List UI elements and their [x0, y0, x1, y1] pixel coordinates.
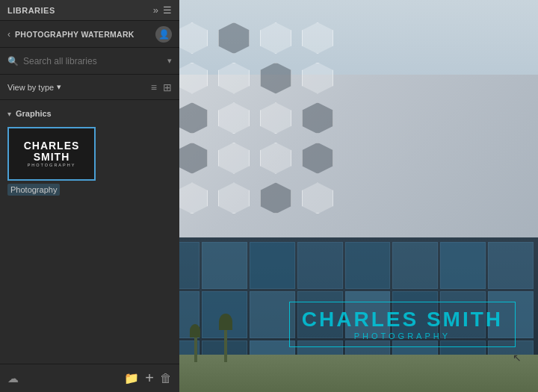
back-chevron-icon[interactable]: ‹ — [7, 29, 10, 40]
watermark-main-subtitle: PHOTOGRAPHY — [302, 332, 503, 340]
item-label: Photography — [7, 184, 60, 196]
hex-cell — [302, 63, 333, 94]
window-pane — [297, 242, 343, 289]
hex-cell — [260, 63, 291, 94]
cursor-indicator: ↖ — [513, 352, 522, 364]
add-item-icon[interactable]: + — [145, 370, 154, 387]
hex-cell — [176, 22, 208, 54]
hex-cell — [260, 102, 291, 134]
view-by-type-button[interactable]: View by type ▾ — [7, 82, 61, 92]
hex-cell — [218, 143, 250, 174]
grid-view-icon[interactable]: ⊞ — [163, 81, 172, 93]
watermark-bar-left: ‹ Photography Watermark — [7, 29, 134, 40]
menu-icon[interactable]: ☰ — [163, 4, 172, 16]
list-view-icon[interactable]: ≡ — [151, 81, 157, 93]
cloud-sync-icon[interactable]: ☁ — [7, 372, 19, 385]
hex-cell — [302, 22, 333, 54]
window-pane — [250, 242, 295, 289]
graphics-section-header[interactable]: ▾ Graphics — [0, 106, 179, 121]
header-icons-group: » ☰ — [153, 4, 172, 16]
view-label-text: View by type — [7, 83, 54, 92]
bottom-toolbar: ☁ 📁 + 🗑 — [0, 364, 179, 392]
view-chevron-icon: ▾ — [57, 82, 61, 92]
hex-cell — [218, 102, 250, 134]
item-thumb-subtitle: PHOTOGRAPHY — [28, 163, 76, 167]
view-toggle-icons: ≡ ⊞ — [151, 81, 172, 93]
search-chevron-icon[interactable]: ▾ — [167, 56, 172, 66]
toolbar-left: ☁ — [7, 372, 19, 385]
search-input[interactable] — [23, 56, 163, 66]
hex-cell — [302, 182, 333, 214]
hex-cell — [260, 22, 291, 54]
watermark-main-title: CHARLES SMITH — [302, 308, 503, 332]
sidebar-panel: Libraries » ☰ ‹ Photography Watermark 👤 … — [0, 0, 179, 392]
view-bar: View by type ▾ ≡ ⊞ — [0, 75, 179, 100]
window-pane — [202, 242, 247, 289]
hex-cell — [176, 102, 208, 134]
graphics-items-list: CHARLES SMITH PHOTOGRAPHY Photography — [0, 121, 179, 202]
hex-cell — [176, 63, 208, 94]
list-item: CHARLES SMITH PHOTOGRAPHY Photography — [7, 127, 172, 196]
expand-icon[interactable]: » — [153, 4, 158, 16]
libraries-header: Libraries » ☰ — [0, 0, 179, 21]
hex-cell — [260, 143, 291, 174]
item-thumb-title: CHARLES SMITH — [9, 140, 94, 164]
hex-cell — [218, 22, 250, 54]
delete-icon[interactable]: 🗑 — [160, 372, 172, 385]
window-pane — [440, 242, 486, 289]
hex-cell — [260, 182, 291, 214]
section-chevron-icon: ▾ — [7, 110, 11, 118]
user-icon-button[interactable]: 👤 — [155, 26, 172, 43]
graphics-section: ▾ Graphics CHARLES SMITH PHOTOGRAPHY Pho… — [0, 100, 179, 364]
user-icon: 👤 — [158, 29, 170, 40]
graphics-section-title: Graphics — [16, 109, 52, 118]
hex-cell — [176, 182, 208, 214]
search-bar: 🔍 ▾ — [0, 48, 179, 75]
item-thumbnail[interactable]: CHARLES SMITH PHOTOGRAPHY — [7, 127, 96, 181]
hex-cell — [218, 63, 250, 94]
libraries-title: Libraries — [7, 6, 55, 15]
watermark-overlay[interactable]: CHARLES SMITH PHOTOGRAPHY — [289, 302, 516, 347]
watermark-bar-title: Photography Watermark — [15, 30, 134, 39]
toolbar-right: 📁 + 🗑 — [124, 370, 172, 387]
watermark-bar: ‹ Photography Watermark 👤 — [0, 21, 179, 48]
hex-cell — [218, 182, 250, 214]
hex-cell — [176, 143, 208, 174]
hex-cell — [302, 143, 333, 174]
hex-cell — [302, 102, 333, 134]
window-pane — [345, 242, 391, 289]
window-pane — [488, 242, 534, 289]
window-pane — [392, 242, 438, 289]
search-icon: 🔍 — [7, 56, 19, 66]
add-folder-icon[interactable]: 📁 — [124, 371, 139, 385]
